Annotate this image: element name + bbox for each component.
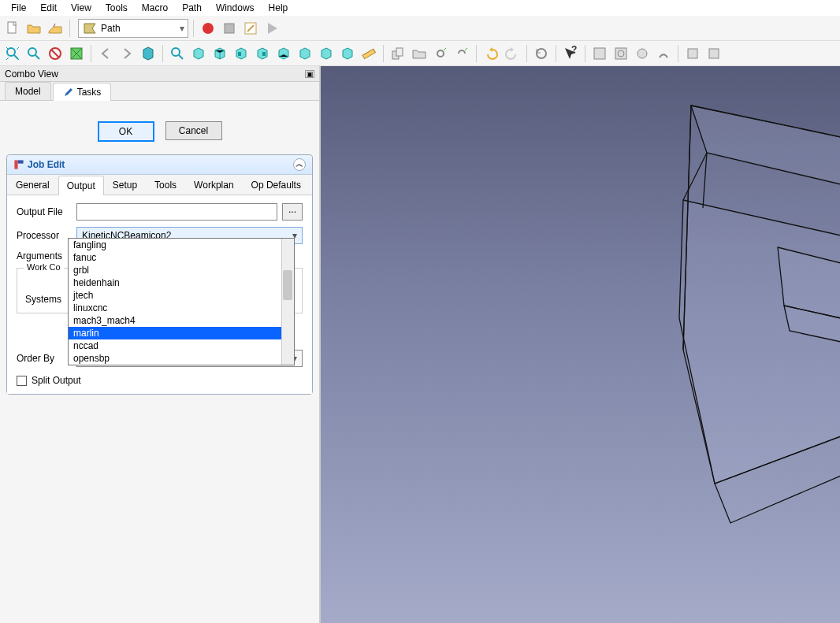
- svg-rect-9: [238, 52, 241, 56]
- save-file-button[interactable]: [46, 19, 65, 38]
- processor-option[interactable]: linuxcnc: [69, 302, 294, 314]
- tab-general[interactable]: General: [7, 175, 58, 195]
- combo-tabs: Model Tasks: [0, 82, 319, 101]
- ok-button[interactable]: OK: [98, 121, 154, 142]
- processor-option[interactable]: opensbp: [69, 352, 294, 365]
- svg-rect-19: [688, 49, 697, 58]
- open-file-button[interactable]: [24, 19, 43, 38]
- job-edit-title: Job Edit: [28, 159, 65, 170]
- macro-stop-button[interactable]: [220, 19, 239, 38]
- split-output-checkbox[interactable]: [17, 376, 27, 386]
- combo-view-title: Combo View: [5, 69, 58, 80]
- menu-windows[interactable]: Windows: [210, 1, 261, 15]
- tab-output[interactable]: Output: [58, 176, 104, 195]
- menu-path[interactable]: Path: [176, 1, 208, 15]
- view-right-button[interactable]: [232, 44, 251, 63]
- processor-dropdown[interactable]: fangling fanuc grbl heidenhain jtech lin…: [68, 238, 295, 365]
- view-top-button[interactable]: [210, 44, 229, 63]
- draft-button[interactable]: [654, 44, 673, 63]
- svg-point-1: [203, 23, 214, 34]
- browse-button[interactable]: ...: [282, 203, 303, 221]
- 3d-viewport[interactable]: [321, 66, 840, 623]
- tab-setup[interactable]: Setup: [104, 175, 146, 195]
- svg-rect-0: [8, 22, 16, 33]
- macro-edit-button[interactable]: [241, 19, 260, 38]
- menubar: File Edit View Tools Macro Path Windows …: [0, 0, 840, 16]
- draw-style-button[interactable]: [46, 44, 65, 63]
- svg-rect-15: [594, 48, 605, 59]
- processor-option[interactable]: jtech: [69, 289, 294, 302]
- nav-forward-button[interactable]: [117, 44, 136, 63]
- svg-point-8: [172, 48, 180, 56]
- refresh-button[interactable]: [532, 44, 551, 63]
- job-tabs: General Output Setup Tools Workplan Op D…: [7, 175, 312, 195]
- menu-edit[interactable]: Edit: [34, 1, 63, 15]
- processor-option-highlighted[interactable]: marlin: [69, 327, 294, 339]
- link-button[interactable]: [431, 44, 450, 63]
- processor-option[interactable]: heidenhain: [69, 276, 294, 289]
- tab-model[interactable]: Model: [5, 82, 51, 100]
- link-array-button[interactable]: [452, 44, 471, 63]
- toolbar-view: ?: [0, 41, 840, 66]
- output-file-input[interactable]: [76, 203, 277, 221]
- extra1-button[interactable]: [683, 44, 702, 63]
- processor-option[interactable]: fangling: [69, 239, 294, 251]
- macro-record-button[interactable]: [199, 19, 217, 38]
- toolbar-main: Path ▾: [0, 16, 840, 41]
- svg-rect-22: [18, 160, 24, 163]
- extra2-button[interactable]: [704, 44, 723, 63]
- bounding-box-button[interactable]: [67, 44, 86, 63]
- tab-op-defaults[interactable]: Op Defaults: [243, 175, 310, 195]
- part-design-button[interactable]: [590, 44, 609, 63]
- svg-rect-16: [615, 48, 626, 59]
- freecad-icon: [13, 159, 24, 170]
- svg-rect-2: [225, 24, 234, 33]
- split-output-label: Split Output: [32, 375, 81, 386]
- folder-button[interactable]: [410, 44, 429, 63]
- view-iso3-button[interactable]: [338, 44, 357, 63]
- view-rear-button[interactable]: [253, 44, 272, 63]
- processor-label: Processor: [17, 230, 72, 241]
- whats-this-button[interactable]: ?: [561, 44, 580, 63]
- chevron-down-icon: ▾: [180, 23, 184, 34]
- view-front-button[interactable]: [189, 44, 208, 63]
- popout-icon[interactable]: ▣: [305, 70, 314, 78]
- redo-button[interactable]: [503, 44, 522, 63]
- menu-view[interactable]: View: [65, 1, 98, 15]
- tab-workplan[interactable]: Workplan: [185, 175, 242, 195]
- macro-play-button[interactable]: [262, 19, 281, 38]
- cancel-button[interactable]: Cancel: [165, 121, 222, 140]
- tab-tools[interactable]: Tools: [146, 175, 185, 195]
- view-bottom-button[interactable]: [274, 44, 293, 63]
- workbench-label: Path: [101, 23, 121, 34]
- processor-option[interactable]: grbl: [69, 264, 294, 276]
- fit-selection-button[interactable]: [24, 44, 43, 63]
- workbench-selector[interactable]: Path ▾: [78, 19, 188, 38]
- isometric-button[interactable]: [168, 44, 187, 63]
- menu-tools[interactable]: Tools: [99, 1, 134, 15]
- processor-option[interactable]: fanuc: [69, 251, 294, 264]
- fit-all-button[interactable]: [3, 44, 22, 63]
- nav-back-button[interactable]: [96, 44, 115, 63]
- processor-option[interactable]: mach3_mach4: [69, 314, 294, 327]
- tab-tasks[interactable]: Tasks: [53, 83, 112, 101]
- menu-macro[interactable]: Macro: [136, 1, 174, 15]
- menu-help[interactable]: Help: [262, 1, 295, 15]
- dropdown-scrollbar[interactable]: [281, 239, 294, 365]
- measure-button[interactable]: [359, 44, 378, 63]
- menu-file[interactable]: File: [5, 1, 32, 15]
- view-iso2-button[interactable]: [317, 44, 336, 63]
- order-by-label: Order By: [17, 353, 72, 364]
- new-file-button[interactable]: [3, 19, 22, 38]
- model-wireframe: [321, 66, 840, 623]
- collapse-icon[interactable]: ︽: [293, 158, 306, 171]
- mesh-button[interactable]: [633, 44, 652, 63]
- group-button[interactable]: [388, 44, 407, 63]
- scrollbar-thumb[interactable]: [283, 270, 292, 300]
- undo-button[interactable]: [481, 44, 500, 63]
- sketch-button[interactable]: [611, 44, 630, 63]
- work-coords-legend: Work Co: [24, 262, 64, 272]
- processor-option[interactable]: nccad: [69, 339, 294, 352]
- view-left-button[interactable]: [295, 44, 314, 63]
- link-subview-button[interactable]: [139, 44, 158, 63]
